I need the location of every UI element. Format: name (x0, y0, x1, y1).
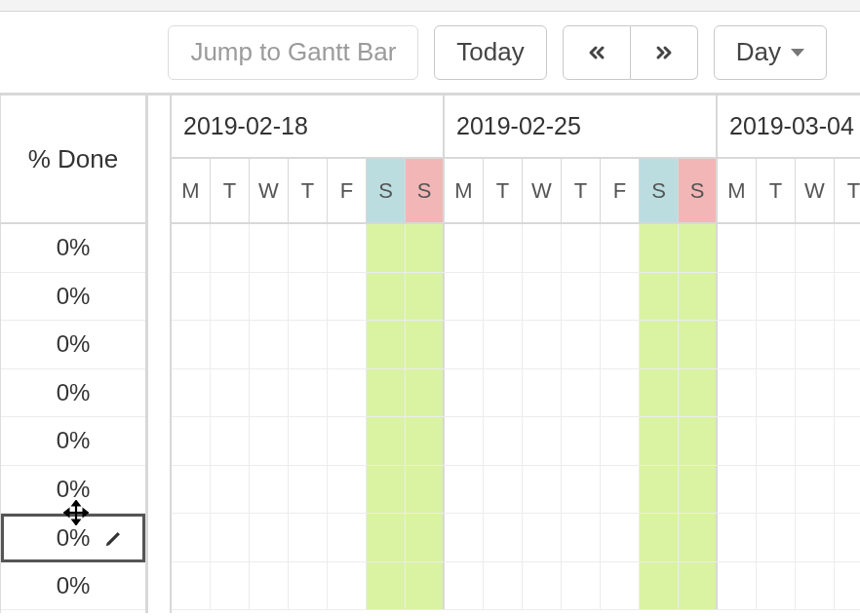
gantt-cell (406, 562, 445, 610)
gantt-cell (289, 417, 328, 465)
gantt-cell (406, 514, 445, 561)
percent-done-cell[interactable]: 0% (1, 224, 145, 273)
next-button[interactable] (631, 25, 698, 80)
percent-done-cell[interactable]: 0% (1, 369, 145, 418)
gantt-grid[interactable] (172, 224, 860, 613)
chevron-double-left-icon (585, 41, 608, 64)
gantt-cell (172, 514, 211, 561)
zoom-dropdown[interactable]: Day (714, 25, 827, 80)
gantt-cell (406, 466, 445, 514)
gantt-row[interactable] (172, 273, 860, 322)
gantt-cell (757, 466, 796, 514)
gantt-row[interactable] (172, 417, 860, 466)
percent-done-value: 0% (57, 476, 91, 503)
percent-done-cell[interactable]: 0% (1, 273, 145, 322)
gantt-cell (211, 562, 250, 610)
gantt-cell (796, 273, 835, 321)
gantt-row[interactable] (172, 562, 860, 611)
gantt-cell (718, 562, 757, 610)
gantt-cell (250, 417, 289, 465)
gantt-cell (640, 562, 679, 610)
day-header-cell: S (367, 159, 406, 222)
gantt-cell (172, 224, 211, 272)
gantt-cell (523, 273, 562, 321)
gantt-row[interactable] (172, 321, 860, 369)
gantt-cell (523, 562, 562, 610)
prev-button[interactable] (563, 25, 631, 80)
gantt-cell (250, 514, 289, 561)
window-top-strip (0, 0, 860, 12)
gantt-cell (406, 417, 445, 465)
gantt-cell (250, 466, 289, 514)
gantt-cell (757, 562, 796, 610)
gantt-cell (484, 417, 523, 465)
percent-done-cell[interactable]: 0% (1, 417, 145, 466)
gantt-cell (757, 224, 796, 272)
gantt-cell (679, 273, 718, 321)
timeline-header: 2019-02-182019-02-252019-03-04 MTWTFSSMT… (172, 96, 860, 224)
gantt-cell (367, 369, 406, 417)
gantt-cell (601, 321, 640, 368)
gantt-cell (601, 562, 640, 610)
gantt-cell (484, 224, 523, 272)
gantt-cell (289, 369, 328, 417)
gantt-cell (328, 369, 367, 417)
gantt-cell (367, 273, 406, 321)
gantt-cell (172, 273, 211, 321)
gantt-cell (289, 562, 328, 610)
gantt-cell (601, 273, 640, 321)
gantt-cell (601, 224, 640, 272)
percent-done-cell[interactable]: 0% (1, 466, 145, 515)
percent-done-value: 0% (57, 283, 91, 310)
gantt-row[interactable] (172, 466, 860, 515)
gantt-cell (757, 273, 796, 321)
gantt-cell (445, 417, 484, 465)
gantt-row[interactable] (172, 369, 860, 418)
day-header-cell: W (250, 159, 289, 222)
gantt-cell (562, 562, 601, 610)
gantt-cell (328, 466, 367, 514)
pencil-icon[interactable] (103, 527, 125, 549)
gantt-cell (523, 466, 562, 514)
gantt-cell (640, 369, 679, 417)
gantt-cell (718, 273, 757, 321)
gantt-cell (289, 321, 328, 368)
gantt-cell (523, 417, 562, 465)
gantt-cell (757, 321, 796, 368)
gantt-cell (289, 514, 328, 561)
week-header-cell: 2019-02-25 (445, 96, 718, 157)
day-header-cell: F (601, 159, 640, 222)
gantt-row[interactable] (172, 514, 860, 562)
gantt-row[interactable] (172, 224, 860, 273)
gantt-cell (211, 514, 250, 561)
gantt-cell (445, 321, 484, 368)
gantt-cell (172, 562, 211, 610)
gantt-cell (679, 224, 718, 272)
day-header-cell: T (484, 159, 523, 222)
percent-done-value: 0% (57, 427, 91, 454)
gantt-cell (250, 273, 289, 321)
gantt-cell (328, 224, 367, 272)
gantt-cell (484, 273, 523, 321)
today-button[interactable]: Today (434, 25, 546, 80)
gantt-cell (328, 417, 367, 465)
percent-done-cell[interactable]: 0% (1, 514, 145, 562)
gantt-cell (757, 369, 796, 417)
gantt-cell (406, 224, 445, 272)
gantt-cell (679, 514, 718, 561)
gantt-cell (172, 369, 211, 417)
percent-done-cell[interactable]: 0% (1, 562, 145, 611)
gantt-cell (640, 466, 679, 514)
gantt-cell (562, 514, 601, 561)
column-resize-gutter[interactable] (148, 96, 172, 613)
gantt-cell (562, 321, 601, 368)
jump-to-gantt-bar-button[interactable]: Jump to Gantt Bar (168, 25, 418, 80)
gantt-cell (406, 321, 445, 368)
gantt-cell (679, 466, 718, 514)
day-header-cell: W (796, 159, 835, 222)
day-header-cell: T (562, 159, 601, 222)
gantt-cell (406, 273, 445, 321)
gantt-cell (250, 369, 289, 417)
gantt-cell (367, 417, 406, 465)
percent-done-cell[interactable]: 0% (1, 321, 145, 369)
